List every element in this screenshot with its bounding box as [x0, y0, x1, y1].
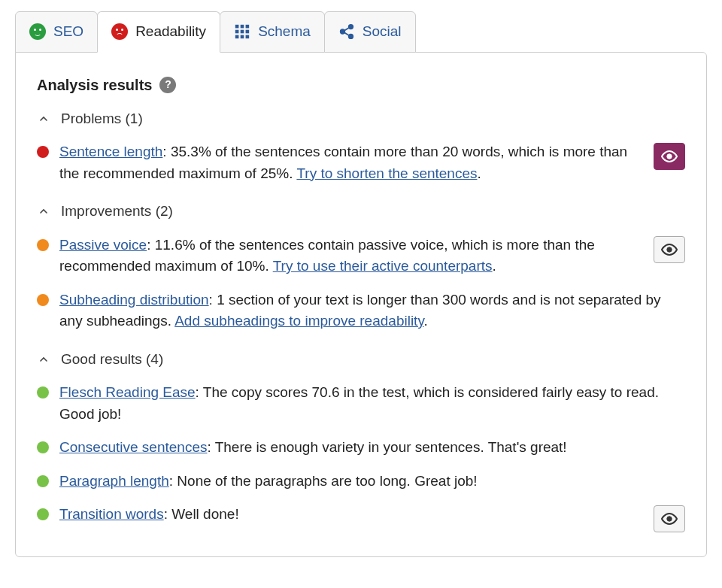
status-bullet-icon	[37, 441, 49, 453]
analysis-item: Sentence length: 35.3% of the sentences …	[37, 135, 685, 190]
svg-rect-8	[246, 35, 250, 39]
yoast-metabox: SEO Readability Schema Social Analysis r…	[15, 11, 707, 557]
group-heading: Improvements (2)	[61, 201, 173, 223]
analysis-item-text: Paragraph length: None of the paragraphs…	[59, 471, 685, 493]
analysis-item-text: Flesch Reading Ease: The copy scores 70.…	[59, 382, 685, 425]
sad-face-icon	[111, 23, 128, 40]
svg-rect-4	[241, 30, 244, 34]
group-heading: Good results (4)	[61, 349, 163, 371]
analysis-body-after: .	[423, 313, 427, 329]
group-toggle-good[interactable]: Good results (4)	[37, 349, 685, 371]
analysis-item-text: Sentence length: 35.3% of the sentences …	[59, 141, 637, 184]
group-toggle-improvements[interactable]: Improvements (2)	[37, 201, 685, 223]
svg-point-16	[667, 517, 672, 521]
share-icon	[338, 23, 355, 40]
highlight-toggle-button[interactable]	[654, 236, 685, 263]
analysis-topic-link[interactable]: Subheading distribution	[59, 292, 209, 308]
analysis-body: : None of the paragraphs are too long. G…	[169, 473, 478, 489]
status-bullet-icon	[37, 508, 49, 520]
status-bullet-icon	[37, 146, 49, 158]
analysis-body: : Well done!	[164, 506, 239, 522]
tab-bar: SEO Readability Schema Social	[15, 11, 707, 53]
svg-line-13	[344, 32, 349, 35]
analysis-topic-link[interactable]: Paragraph length	[59, 473, 169, 489]
svg-rect-2	[246, 25, 250, 29]
happy-face-icon	[29, 23, 46, 40]
analysis-topic-link[interactable]: Passive voice	[59, 237, 147, 253]
analysis-body: : There is enough variety in your senten…	[207, 439, 566, 455]
analysis-item: Passive voice: 11.6% of the sentences co…	[37, 229, 685, 283]
analysis-item: Subheading distribution: 1 section of yo…	[37, 283, 685, 338]
analysis-item-text: Transition words: Well done!	[59, 504, 637, 526]
svg-rect-3	[235, 30, 239, 34]
analysis-item: Transition words: Well done!	[37, 498, 685, 538]
tab-schema[interactable]: Schema	[220, 11, 325, 53]
analysis-tip-link[interactable]: Try to use their active counterparts	[273, 258, 493, 274]
svg-rect-7	[241, 35, 244, 39]
tab-readability[interactable]: Readability	[97, 11, 220, 53]
svg-line-12	[344, 28, 349, 31]
tab-label: Schema	[258, 21, 311, 43]
svg-rect-6	[235, 35, 239, 39]
analysis-item-text: Subheading distribution: 1 section of yo…	[59, 289, 685, 332]
tab-social[interactable]: Social	[324, 11, 416, 53]
analysis-tip-link[interactable]: Try to shorten the sentences	[296, 165, 477, 181]
tab-label: SEO	[53, 21, 83, 43]
analysis-item: Flesch Reading Ease: The copy scores 70.…	[37, 376, 685, 431]
help-icon[interactable]: ?	[159, 77, 176, 93]
group-heading: Problems (1)	[61, 108, 143, 130]
analysis-item: Paragraph length: None of the paragraphs…	[37, 465, 685, 499]
section-title-text: Analysis results	[37, 74, 152, 96]
chevron-up-icon	[37, 205, 50, 218]
chevron-up-icon	[37, 353, 50, 366]
highlight-toggle-button[interactable]	[654, 505, 685, 532]
analysis-item-text: Consecutive sentences: There is enough v…	[59, 437, 685, 459]
status-bullet-icon	[37, 294, 49, 306]
svg-point-14	[667, 154, 672, 159]
analysis-tip-link[interactable]: Add subheadings to improve readability	[174, 313, 423, 329]
group-toggle-problems[interactable]: Problems (1)	[37, 108, 685, 130]
analysis-topic-link[interactable]: Flesch Reading Ease	[59, 384, 196, 400]
analysis-item: Consecutive sentences: There is enough v…	[37, 431, 685, 465]
svg-rect-5	[246, 30, 250, 34]
tab-seo[interactable]: SEO	[15, 11, 98, 53]
chevron-up-icon	[37, 112, 50, 126]
status-bullet-icon	[37, 239, 49, 251]
analysis-topic-link[interactable]: Transition words	[59, 506, 164, 522]
highlight-toggle-button[interactable]	[654, 143, 685, 170]
analysis-topic-link[interactable]: Consecutive sentences	[59, 439, 207, 455]
svg-rect-1	[241, 25, 244, 29]
tab-label: Social	[363, 21, 402, 43]
analysis-body-after: .	[478, 165, 481, 181]
analysis-body-after: .	[493, 258, 496, 274]
svg-point-15	[667, 247, 672, 251]
status-bullet-icon	[37, 475, 49, 487]
readability-panel: Analysis results ? Problems (1) Sentence…	[15, 52, 707, 558]
svg-rect-0	[235, 25, 239, 29]
grid-icon	[234, 23, 250, 40]
analysis-topic-link[interactable]: Sentence length	[59, 144, 162, 159]
tab-label: Readability	[135, 21, 206, 43]
analysis-results-heading: Analysis results ?	[37, 74, 685, 96]
status-bullet-icon	[37, 386, 49, 399]
analysis-item-text: Passive voice: 11.6% of the sentences co…	[59, 235, 637, 277]
